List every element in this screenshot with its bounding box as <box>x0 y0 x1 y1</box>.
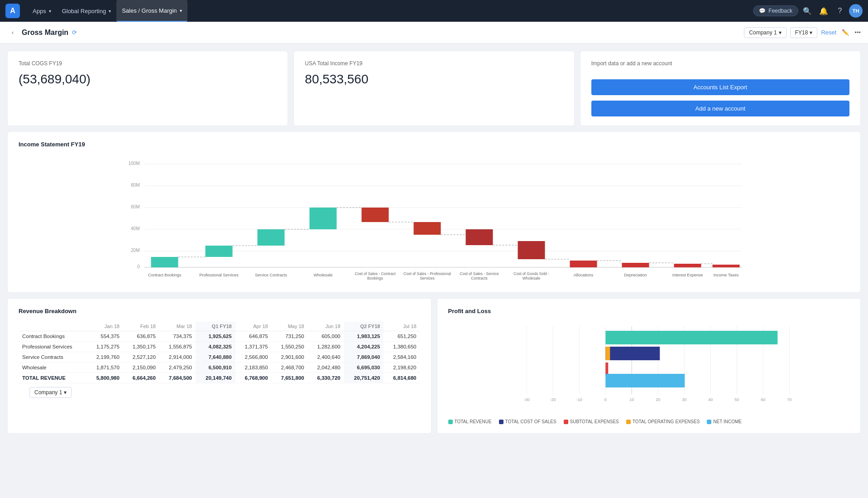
legend-color-total-revenue <box>448 420 453 424</box>
table-row: Wholesale 1,871,570 2,150,090 2,479,250 … <box>19 363 420 373</box>
cell: 6,695,030 <box>344 363 384 373</box>
feedback-button[interactable]: 💬 Feedback <box>753 5 798 16</box>
legend-net-income: NET INCOME <box>707 419 742 424</box>
revenue-company-selector[interactable]: Company 1 ▾ <box>29 387 72 398</box>
cell: 1,371,375 <box>235 342 272 352</box>
company-selector[interactable]: Company 1 ▾ <box>744 27 786 38</box>
cell: 734,375 <box>159 331 196 342</box>
svg-text:Wholesale: Wholesale <box>523 276 541 280</box>
cell: 2,479,250 <box>159 363 196 373</box>
col-header-jan18: Jan 18 <box>87 322 123 331</box>
svg-text:Wholesale: Wholesale <box>313 273 332 277</box>
pnl-chart: -30 -20 -10 0 10 20 30 40 50 60 70 <box>448 322 850 412</box>
svg-text:Depreciation: Depreciation <box>624 273 647 277</box>
add-new-account-button[interactable]: Add a new account <box>591 101 849 116</box>
svg-text:0: 0 <box>604 397 606 402</box>
legend-total-revenue: TOTAL REVENUE <box>448 419 492 424</box>
cell: 605,000 <box>308 331 344 342</box>
col-header-jun18: Jun 18 <box>308 322 344 331</box>
svg-text:Contract Bookings: Contract Bookings <box>148 273 182 277</box>
cell: 2,914,000 <box>159 352 196 363</box>
svg-text:Allocations: Allocations <box>574 273 594 277</box>
pnl-bar-total-cost-of-sales <box>605 347 660 360</box>
table-row: Service Contracts 2,199,760 2,527,120 2,… <box>19 352 420 363</box>
legend-operating-expenses: TOTAL OPERATING EXPENSES <box>626 419 700 424</box>
fy-selector[interactable]: FY18 ▾ <box>790 27 818 38</box>
waterfall-chart-container: 100M 80M 60M 40M 20M 0 <box>19 155 849 283</box>
cell: 2,584,160 <box>384 352 420 363</box>
top-navigation: A Apps ▾ Global Reporting ▾ Sales / Gros… <box>0 0 868 22</box>
cell: 20,751,420 <box>344 373 384 383</box>
revenue-breakdown-title: Revenue Breakdown <box>19 308 420 314</box>
nav-right-controls: 💬 Feedback 🔍 🔔 ? TH <box>753 4 863 18</box>
row-label-total: TOTAL REVENUE <box>19 373 87 383</box>
svg-text:60: 60 <box>761 397 765 402</box>
search-button[interactable]: 🔍 <box>800 4 815 18</box>
accounts-list-export-button[interactable]: Accounts List Export <box>591 79 849 95</box>
table-row: Professional Services 1,175,275 1,350,17… <box>19 342 420 352</box>
cell: 636,875 <box>123 331 159 342</box>
bar-cos-service <box>466 229 493 245</box>
cell: 2,198,620 <box>384 363 420 373</box>
bar-interest <box>674 264 701 267</box>
reset-button[interactable]: Reset <box>821 29 836 36</box>
notifications-button[interactable]: 🔔 <box>816 4 831 18</box>
help-button[interactable]: ? <box>833 4 847 18</box>
svg-text:40: 40 <box>708 397 713 402</box>
nav-sales-gross-margin[interactable]: Sales / Gross Margin ▾ <box>116 0 187 22</box>
row-label-professional: Professional Services <box>19 342 87 352</box>
svg-text:Cost of Goods Sold -: Cost of Goods Sold - <box>513 271 549 276</box>
cell: 20,149,740 <box>196 373 235 383</box>
cell: 2,400,640 <box>308 352 344 363</box>
company-selector-chevron-icon: ▾ <box>64 389 67 396</box>
bottom-section: Revenue Breakdown Jan 18 Feb 18 Mar 18 Q… <box>7 298 861 434</box>
pnl-bar-net-income <box>605 374 685 387</box>
nav-apps[interactable]: Apps ▾ <box>27 0 57 22</box>
income-statement-section: Income Statement FY19 100M 80M 60M 40M 2… <box>7 131 861 293</box>
bar-service-contracts <box>258 229 285 246</box>
main-content: Total COGS FY19 (53,689,040) USA Total I… <box>0 44 868 441</box>
cell: 1,556,875 <box>159 342 196 352</box>
cell: 6,330,720 <box>308 373 344 383</box>
bar-professional-services <box>206 246 233 257</box>
user-avatar[interactable]: TH <box>849 4 863 18</box>
svg-text:70: 70 <box>787 397 791 402</box>
bar-wholesale <box>310 208 337 229</box>
svg-text:100M: 100M <box>128 161 139 166</box>
usa-income-card: USA Total Income FY19 80,533,560 <box>293 51 574 126</box>
profit-loss-card: Profit and Loss -30 -20 -10 0 10 <box>437 298 861 434</box>
col-header-label <box>19 322 87 331</box>
page-title: Gross Margin <box>22 29 68 37</box>
global-reporting-chevron-icon: ▾ <box>109 9 111 14</box>
svg-text:Services: Services <box>420 276 435 280</box>
edit-icon[interactable]: ✏️ <box>842 29 849 36</box>
nav-global-reporting[interactable]: Global Reporting ▾ <box>57 0 117 22</box>
cell: 651,250 <box>384 331 420 342</box>
cell: 1,380,650 <box>384 342 420 352</box>
cell: 2,527,120 <box>123 352 159 363</box>
waterfall-chart: 100M 80M 60M 40M 20M 0 <box>19 155 849 282</box>
refresh-icon[interactable]: ⟳ <box>72 29 77 36</box>
svg-text:Service Contracts: Service Contracts <box>255 273 288 277</box>
svg-text:-10: -10 <box>576 397 582 402</box>
sales-chevron-icon: ▾ <box>180 8 182 13</box>
cell: 2,566,800 <box>235 352 272 363</box>
col-header-mar18: Mar 18 <box>159 322 196 331</box>
more-options-icon[interactable]: ••• <box>854 29 861 36</box>
cell: 2,183,850 <box>235 363 272 373</box>
col-header-q1fy18: Q1 FY18 <box>196 322 235 331</box>
svg-text:10: 10 <box>629 397 634 402</box>
svg-text:Bookings: Bookings <box>367 276 383 280</box>
bar-cos-contract <box>362 208 389 222</box>
col-header-jul18: Jul 18 <box>384 322 420 331</box>
svg-text:50: 50 <box>734 397 739 402</box>
cell: 554,375 <box>87 331 123 342</box>
back-button[interactable]: ‹ <box>7 27 18 38</box>
cell: 6,768,900 <box>235 373 272 383</box>
app-logo[interactable]: A <box>5 4 20 18</box>
legend-color-subtotal <box>564 420 568 424</box>
page-title-row: Gross Margin ⟳ <box>22 29 744 37</box>
total-revenue-row: TOTAL REVENUE 5,800,980 6,664,260 7,684,… <box>19 373 420 383</box>
cell: 4,204,225 <box>344 342 384 352</box>
company-chevron-icon: ▾ <box>779 29 782 36</box>
